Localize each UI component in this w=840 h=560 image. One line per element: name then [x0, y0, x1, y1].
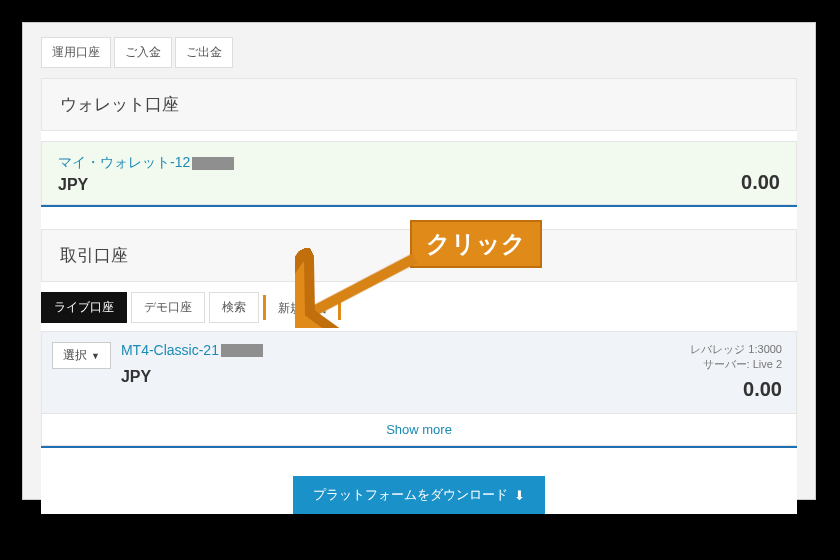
subtab-live[interactable]: ライブ口座	[41, 292, 127, 323]
wallet-row: マイ・ウォレット-12 JPY 0.00	[42, 142, 796, 204]
wallet-amount: 0.00	[741, 171, 780, 194]
select-button[interactable]: 選択 ▼	[52, 342, 111, 369]
account-currency: JPY	[121, 368, 263, 386]
leverage-label: レバレッジ	[690, 343, 745, 355]
caret-down-icon: ▼	[91, 351, 100, 361]
tab-withdraw[interactable]: ご出金	[175, 37, 233, 68]
download-button[interactable]: プラットフォームをダウンロード ⬇	[293, 476, 545, 514]
redacted-block	[192, 157, 234, 170]
subtab-search[interactable]: 検索	[209, 292, 259, 323]
server-value: Live 2	[753, 358, 782, 370]
leverage-value: 1:3000	[748, 343, 782, 355]
account-link[interactable]: MT4-Classic-21	[121, 342, 219, 358]
show-more-link[interactable]: Show more	[41, 414, 797, 446]
divider	[41, 446, 797, 448]
redacted-block	[221, 344, 263, 357]
new-account-highlight: 新規作成	[263, 295, 341, 320]
subtab-demo[interactable]: デモ口座	[131, 292, 205, 323]
account-row: 選択 ▼ MT4-Classic-21 JPY レバレッジ 1:3000	[41, 331, 797, 414]
callout-badge: クリック	[410, 220, 542, 268]
wallet-header: ウォレット口座	[41, 78, 797, 131]
wallet-link[interactable]: マイ・ウォレット-12	[58, 154, 190, 172]
tab-deposit[interactable]: ご入金	[114, 37, 172, 68]
wallet-currency: JPY	[58, 176, 234, 194]
account-amount: 0.00	[690, 378, 782, 401]
tab-accounts[interactable]: 運用口座	[41, 37, 111, 68]
download-icon: ⬇	[514, 488, 525, 503]
download-label: プラットフォームをダウンロード	[313, 486, 508, 504]
server-label: サーバー:	[703, 358, 750, 370]
subtab-new[interactable]: 新規作成	[266, 295, 338, 321]
select-label: 選択	[63, 347, 87, 364]
